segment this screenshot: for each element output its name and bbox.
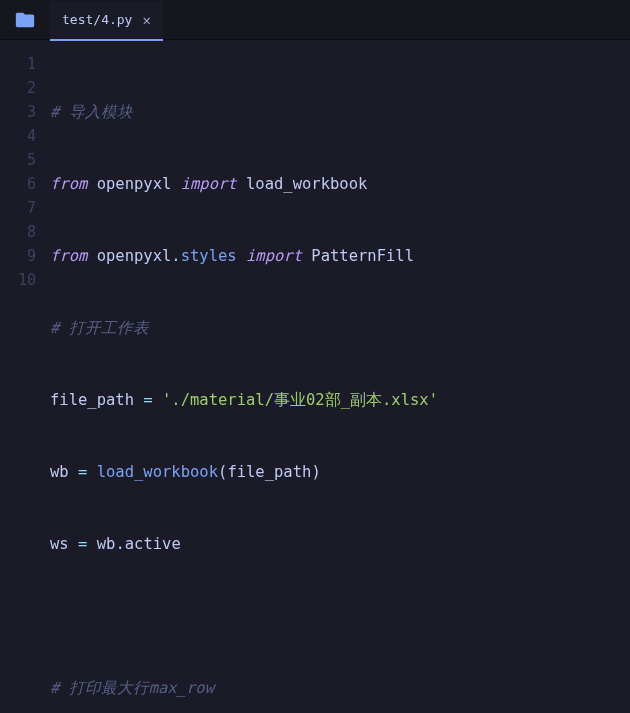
tab-bar: test/4.py ✕ (0, 0, 630, 40)
tab-filename: test/4.py (62, 12, 132, 27)
editor[interactable]: 1 2 3 4 5 6 7 8 9 10 # 导入模块 from openpyx… (0, 40, 630, 713)
comment: # 打印最大行max_row (50, 679, 214, 697)
comment: # 打开工作表 (50, 319, 149, 337)
folder-icon[interactable] (0, 0, 50, 40)
code-content[interactable]: # 导入模块 from openpyxl import load_workboo… (50, 52, 630, 713)
comment: # 导入模块 (50, 103, 133, 121)
close-icon[interactable]: ✕ (142, 12, 150, 28)
tab-active[interactable]: test/4.py ✕ (50, 1, 163, 41)
line-gutter: 1 2 3 4 5 6 7 8 9 10 (0, 52, 50, 713)
